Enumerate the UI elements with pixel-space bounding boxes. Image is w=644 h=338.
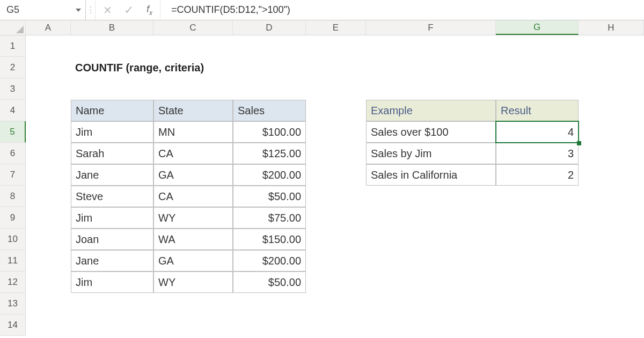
- cell-H6[interactable]: [579, 143, 644, 164]
- cell-E1[interactable]: [306, 35, 366, 57]
- cell-B1[interactable]: [71, 35, 153, 57]
- row-header-8[interactable]: 8: [0, 186, 26, 207]
- cell-G11[interactable]: [496, 250, 579, 271]
- t1-header-name[interactable]: Name: [71, 100, 153, 121]
- cell-B10[interactable]: Joan: [71, 229, 153, 250]
- cell-E5[interactable]: [306, 121, 366, 143]
- row-header-11[interactable]: 11: [0, 250, 26, 271]
- cell-E3[interactable]: [306, 78, 366, 100]
- cell-B11[interactable]: Jane: [71, 250, 153, 271]
- cell-E9[interactable]: [306, 207, 366, 229]
- cell-H13[interactable]: [579, 293, 644, 314]
- cell-A6[interactable]: [26, 143, 71, 164]
- dropdown-arrow-icon[interactable]: [76, 9, 81, 12]
- col-header-F[interactable]: F: [366, 20, 496, 35]
- page-title[interactable]: COUNTIF (range, criteria): [71, 57, 306, 78]
- row-header-10[interactable]: 10: [0, 229, 26, 250]
- cell-B9[interactable]: Jim: [71, 207, 153, 229]
- cell-A1[interactable]: [26, 35, 71, 57]
- cell-D1[interactable]: [233, 35, 306, 57]
- cell-E12[interactable]: [306, 271, 366, 293]
- cell-C6[interactable]: CA: [153, 143, 233, 164]
- t2-header-result[interactable]: Result: [496, 100, 579, 121]
- cell-D3[interactable]: [233, 78, 306, 100]
- cell-C12[interactable]: WY: [153, 271, 233, 293]
- cell-C5[interactable]: MN: [153, 121, 233, 143]
- cell-A2[interactable]: [26, 57, 71, 78]
- cell-D10[interactable]: $150.00: [233, 229, 306, 250]
- cell-C8[interactable]: CA: [153, 186, 233, 207]
- cell-G6[interactable]: 3: [496, 143, 579, 164]
- cell-A4[interactable]: [26, 100, 71, 121]
- cell-A10[interactable]: [26, 229, 71, 250]
- cell-H9[interactable]: [579, 207, 644, 229]
- cell-A11[interactable]: [26, 250, 71, 271]
- cell-B3[interactable]: [71, 78, 153, 100]
- cell-H1[interactable]: [579, 35, 644, 57]
- cell-F9[interactable]: [366, 207, 496, 229]
- cell-D7[interactable]: $200.00: [233, 164, 306, 186]
- cell-H3[interactable]: [579, 78, 644, 100]
- cell-E14[interactable]: [306, 314, 366, 336]
- cell-A14[interactable]: [26, 314, 71, 336]
- cell-C7[interactable]: GA: [153, 164, 233, 186]
- cell-E2[interactable]: [306, 57, 366, 78]
- cell-H5[interactable]: [579, 121, 644, 143]
- cell-C1[interactable]: [153, 35, 233, 57]
- cell-A13[interactable]: [26, 293, 71, 314]
- cell-E11[interactable]: [306, 250, 366, 271]
- cell-F6[interactable]: Sales by Jim: [366, 143, 496, 164]
- t2-header-example[interactable]: Example: [366, 100, 496, 121]
- cell-E13[interactable]: [306, 293, 366, 314]
- select-all-corner[interactable]: [0, 20, 26, 35]
- cell-G1[interactable]: [496, 35, 579, 57]
- cell-H8[interactable]: [579, 186, 644, 207]
- cell-F11[interactable]: [366, 250, 496, 271]
- cell-F10[interactable]: [366, 229, 496, 250]
- fx-icon[interactable]: fx: [147, 4, 152, 17]
- row-header-1[interactable]: 1: [0, 35, 26, 57]
- row-header-3[interactable]: 3: [0, 78, 26, 100]
- cell-F3[interactable]: [366, 78, 496, 100]
- cell-G8[interactable]: [496, 186, 579, 207]
- cell-D13[interactable]: [233, 293, 306, 314]
- cell-C11[interactable]: GA: [153, 250, 233, 271]
- cell-F8[interactable]: [366, 186, 496, 207]
- cell-C10[interactable]: WA: [153, 229, 233, 250]
- col-header-A[interactable]: A: [26, 20, 71, 35]
- cell-H12[interactable]: [579, 271, 644, 293]
- cell-B5[interactable]: Jim: [71, 121, 153, 143]
- t1-header-sales[interactable]: Sales: [233, 100, 306, 121]
- col-header-G[interactable]: G: [496, 20, 579, 35]
- cell-G9[interactable]: [496, 207, 579, 229]
- cell-D14[interactable]: [233, 314, 306, 336]
- row-header-5[interactable]: 5: [0, 121, 26, 143]
- cell-D11[interactable]: $200.00: [233, 250, 306, 271]
- cell-C14[interactable]: [153, 314, 233, 336]
- cell-F12[interactable]: [366, 271, 496, 293]
- row-header-4[interactable]: 4: [0, 100, 26, 121]
- cell-F1[interactable]: [366, 35, 496, 57]
- cell-F5[interactable]: Sales over $100: [366, 121, 496, 143]
- spreadsheet-grid[interactable]: A B C D E F G H 1 2 COUNTIF (range, crit…: [0, 20, 644, 336]
- cell-E7[interactable]: [306, 164, 366, 186]
- cell-C3[interactable]: [153, 78, 233, 100]
- col-header-C[interactable]: C: [153, 20, 233, 35]
- cell-E4[interactable]: [306, 100, 366, 121]
- cell-A12[interactable]: [26, 271, 71, 293]
- cell-B12[interactable]: Jim: [71, 271, 153, 293]
- row-header-7[interactable]: 7: [0, 164, 26, 186]
- cell-A5[interactable]: [26, 121, 71, 143]
- cell-F2[interactable]: [366, 57, 496, 78]
- cell-E10[interactable]: [306, 229, 366, 250]
- col-header-B[interactable]: B: [71, 20, 153, 35]
- cell-E8[interactable]: [306, 186, 366, 207]
- cell-H7[interactable]: [579, 164, 644, 186]
- row-header-13[interactable]: 13: [0, 293, 26, 314]
- cell-F14[interactable]: [366, 314, 496, 336]
- cell-D12[interactable]: $50.00: [233, 271, 306, 293]
- cell-H11[interactable]: [579, 250, 644, 271]
- formula-input[interactable]: =COUNTIF(D5:D12,">100"): [160, 0, 644, 20]
- cell-H2[interactable]: [579, 57, 644, 78]
- row-header-12[interactable]: 12: [0, 271, 26, 293]
